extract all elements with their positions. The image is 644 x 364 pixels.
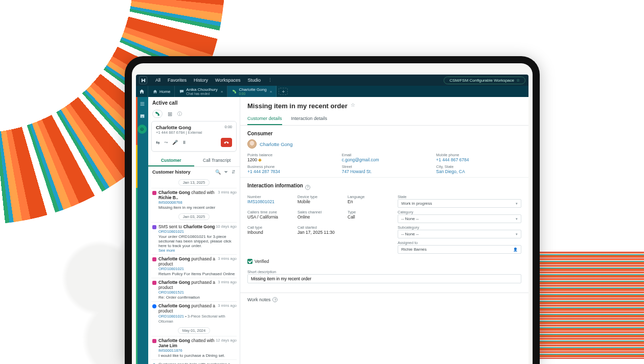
street-link[interactable]: 747 Howard St. xyxy=(342,169,427,174)
tab-transcript[interactable]: Call Transcript xyxy=(194,156,240,166)
item-time: 12 days ago xyxy=(216,338,237,343)
device-frame: All Favorites History Workspaces Studio … xyxy=(125,56,540,364)
verified-checkbox[interactable] xyxy=(247,259,252,264)
caller-name: Charlotte Gong xyxy=(156,125,202,130)
phone-icon xyxy=(232,89,237,94)
date-chip: Jan 13, 2025 xyxy=(178,179,210,186)
email-link[interactable]: c.gong@gmail.com xyxy=(342,157,427,162)
app-screen: All Favorites History Workspaces Studio … xyxy=(136,75,528,364)
call-button[interactable] xyxy=(152,110,163,118)
mobile-label: Mobile phone xyxy=(436,153,521,157)
tab-home[interactable]: Home xyxy=(148,86,175,97)
mute-icon[interactable]: 🎤 xyxy=(172,140,178,145)
menu-all[interactable]: All xyxy=(155,78,160,83)
workspace-pill[interactable]: CSM/FSM Configurable Workspace ☆ xyxy=(444,77,525,84)
rail-inbox-icon[interactable] xyxy=(139,112,146,119)
item-ref[interactable]: ORD10801021 xyxy=(158,266,237,271)
item-body: Missing item in my recent order xyxy=(158,205,237,210)
item-ref[interactable]: ORD10801021 xyxy=(158,314,184,319)
bphone-label: Business phone xyxy=(247,164,333,169)
home-icon[interactable] xyxy=(136,86,148,97)
gold-tier-icon: ◆ xyxy=(258,157,262,162)
history-item[interactable]: 3 mins ago Charlotte Gong purchased a pr… xyxy=(151,278,237,301)
item-time: 3 mins ago xyxy=(218,303,237,308)
consumer-header: Consumer xyxy=(247,131,521,136)
item-ref[interactable]: ORD10801021 xyxy=(158,229,237,234)
menu-more-icon[interactable]: ⋮ xyxy=(268,78,272,83)
item-time: 3 mins ago xyxy=(218,280,237,284)
city-label: City, State xyxy=(436,164,521,169)
device-type-value: Mobile xyxy=(297,199,338,204)
history-item[interactable]: Customer needs help with purchasing a pr… xyxy=(151,359,237,364)
assigned-to-select[interactable]: Richie Barnes 👤 xyxy=(398,245,521,254)
main-panel: Missing item in my recent order ☆ Custom… xyxy=(240,97,528,364)
help-icon[interactable]: ? xyxy=(305,185,310,190)
state-select[interactable]: Work in progress▾ xyxy=(398,199,521,208)
close-icon[interactable]: × xyxy=(270,89,272,94)
side-rail: ⊖ xyxy=(136,97,148,364)
history-item[interactable]: 3 mins ago Charlotte Gong purchased a pr… xyxy=(151,254,237,278)
active-call-card: Charlotte Gong +1 444 867 6784 | Externa… xyxy=(151,121,237,152)
email-label: Email xyxy=(342,153,427,157)
city-link[interactable]: San Diego, CA xyxy=(436,169,521,174)
background-stripes xyxy=(532,252,644,359)
menu-favorites[interactable]: Favorites xyxy=(168,78,187,83)
rail-list-icon[interactable] xyxy=(139,100,146,107)
sms-icon xyxy=(152,225,156,229)
help-icon[interactable]: ? xyxy=(272,297,278,302)
tab-customer-details[interactable]: Customer details xyxy=(247,114,282,125)
bphone-link[interactable]: +1 444 287 7834 xyxy=(247,169,333,174)
tab-charlotte[interactable]: Charlotte Gong 0:00 × xyxy=(227,86,277,97)
item-ref[interactable]: ORD10801521 xyxy=(158,290,237,295)
history-item[interactable]: 10 days ago SMS sent to Charlotte Gong O… xyxy=(151,222,237,254)
points-label: Points balance xyxy=(247,153,333,157)
search-icon[interactable]: 🔍 xyxy=(215,169,221,175)
timezone-value: USA / California xyxy=(247,214,288,220)
subcategory-select[interactable]: -- None --▾ xyxy=(398,230,521,238)
history-item[interactable]: 3 mins ago Charlotte Gong purchased a pr… xyxy=(151,301,237,325)
add-tab-button[interactable]: + xyxy=(279,88,288,95)
mobile-link[interactable]: +1 444 867 6784 xyxy=(436,157,521,162)
tab-interaction-details[interactable]: Interaction details xyxy=(291,114,328,125)
menubar: All Favorites History Workspaces Studio … xyxy=(136,75,528,86)
chat-icon xyxy=(152,257,156,261)
type-value: Call xyxy=(348,214,388,220)
hangup-button[interactable] xyxy=(221,138,232,147)
history-item[interactable]: 12 days ago Charlotte Gong chatted with … xyxy=(151,336,237,359)
avatar xyxy=(247,139,257,149)
verified-label: Verified xyxy=(255,259,269,264)
item-ref[interactable]: IMS00008768 xyxy=(158,200,237,205)
pin-icon[interactable]: ☆ xyxy=(351,102,355,108)
menu-workspaces[interactable]: Workspaces xyxy=(215,78,240,83)
short-description-input[interactable] xyxy=(247,274,521,283)
hold-icon[interactable]: ⏸ xyxy=(182,140,187,145)
call-duration: 0:00 xyxy=(224,125,232,135)
see-more-link[interactable]: See more xyxy=(158,248,237,253)
left-panel: Active call ⊞ ⓘ Charlotte Gong +1 444 86… xyxy=(148,97,240,364)
filter-icon[interactable]: ⏷ xyxy=(224,169,228,175)
info-icon[interactable]: ⓘ xyxy=(177,111,182,117)
rail-status-icon[interactable]: ⊖ xyxy=(137,125,147,134)
interaction-number-link[interactable]: IMS10801021 xyxy=(247,199,288,204)
calltype-value: Inbound xyxy=(247,230,288,235)
star-icon: ☆ xyxy=(516,78,520,83)
close-icon[interactable]: × xyxy=(221,89,223,94)
tab-customer[interactable]: Customer xyxy=(148,156,194,166)
menu-studio[interactable]: Studio xyxy=(247,78,261,83)
item-ref[interactable]: IMS00011876 xyxy=(158,348,237,353)
app-logo-icon[interactable] xyxy=(139,76,147,84)
consumer-name-link[interactable]: Charlotte Gong xyxy=(260,141,292,147)
customer-history: Jan 13, 2025 3 mins ago Charlotte Gong c… xyxy=(148,177,240,364)
keypad-icon[interactable]: ⊞ xyxy=(168,111,172,117)
info-icon xyxy=(152,304,156,308)
chat-icon xyxy=(152,191,156,195)
history-item[interactable]: 3 mins ago Charlotte Gong chatted with R… xyxy=(151,188,237,211)
menu-history[interactable]: History xyxy=(194,78,208,83)
date-chip: May 01, 2024 xyxy=(178,327,210,334)
tab-anika[interactable]: Anika Choudhury Chat has ended × xyxy=(175,86,227,97)
category-select[interactable]: -- None --▾ xyxy=(398,214,521,223)
shortdesc-label: Short description xyxy=(247,270,276,274)
transfer-icon[interactable]: ⇆ xyxy=(156,140,160,145)
add-caller-icon[interactable]: ⤳ xyxy=(164,140,168,145)
sort-icon[interactable]: ⇵ xyxy=(232,169,236,175)
